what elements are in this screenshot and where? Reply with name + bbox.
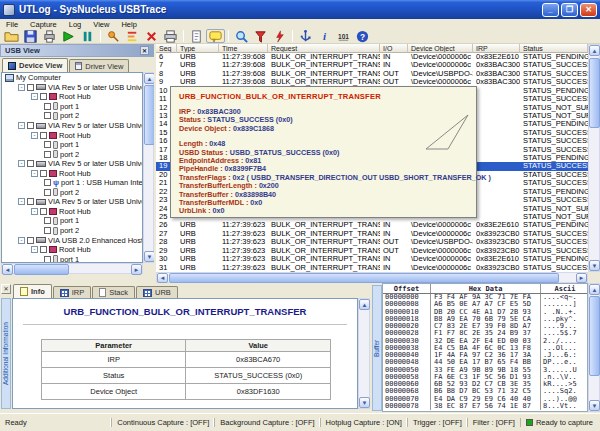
tree-checkbox[interactable] [44, 227, 51, 234]
tab-stack[interactable]: Stack [92, 286, 135, 298]
table-row[interactable]: 27URB11:27:39:623BULK_OR_INTERRUPT_TRANS… [156, 230, 588, 238]
minimize-button[interactable]: _ [542, 3, 559, 17]
menu-item-file[interactable]: File [0, 20, 24, 29]
tree-expand-icon[interactable]: - [18, 122, 25, 129]
tree-checkbox[interactable] [44, 256, 51, 263]
tree-item[interactable]: port 2 [2, 111, 142, 121]
help-icon[interactable]: ? [353, 29, 372, 43]
tree-item[interactable]: port 2 [2, 149, 142, 159]
hex-row[interactable]: 00000010DB 20 CC 4E A1 D7 2B 93. .N..+. [383, 309, 587, 316]
hex-vertical-scrollbar[interactable]: ▲ ▼ [588, 283, 600, 412]
tree-checkbox[interactable] [40, 246, 47, 253]
column-header-io[interactable]: I/O [380, 44, 408, 53]
pause-capture-icon[interactable] [78, 29, 97, 43]
balloon-info-icon[interactable] [206, 29, 225, 43]
tree-checkbox[interactable] [44, 179, 51, 186]
hex-row[interactable]: 00000018B8 A9 EA 70 6B 79 5E CA...pky^. [383, 316, 587, 323]
tree-item[interactable]: port 1 [2, 254, 142, 263]
tree-expand-icon[interactable]: - [18, 198, 25, 205]
menu-item-view[interactable]: View [87, 20, 115, 29]
info-vertical-scrollbar[interactable]: ▲ ▼ [358, 298, 370, 409]
tree-horizontal-scrollbar[interactable]: ◄ ► [1, 263, 143, 274]
info-panel-close-icon[interactable]: ✕ [1, 284, 11, 294]
maximize-button[interactable]: ❐ [561, 3, 578, 17]
column-header-type[interactable]: Type [177, 44, 219, 53]
tree-checkbox[interactable] [44, 103, 51, 110]
tree-checkbox[interactable] [40, 208, 47, 215]
menu-item-log[interactable]: Log [63, 20, 88, 29]
column-header-seq[interactable]: Seq [156, 44, 177, 53]
table-row[interactable]: 7URB11:27:39:608BULK_OR_INTERRUPT_TRANSF… [156, 61, 588, 69]
tree-expand-icon[interactable]: - [31, 246, 38, 253]
hex-row[interactable]: 0000007838 EC 87 E7 56 74 1E 878...Vt.. [383, 403, 587, 410]
page-icon[interactable] [187, 29, 206, 43]
table-row[interactable]: 30URB11:27:39:623BULK_OR_INTERRUPT_TRANS… [156, 255, 588, 263]
log-levels-icon[interactable] [123, 29, 142, 43]
tree-checkbox[interactable] [44, 112, 51, 119]
info-icon[interactable]: i [315, 29, 334, 43]
tree-item[interactable]: My Computer [2, 73, 142, 83]
print-icon[interactable] [161, 29, 180, 43]
tree-checkbox[interactable] [27, 198, 34, 205]
tree-item[interactable]: port 2 [2, 226, 142, 236]
tree-item[interactable]: -Root Hub [2, 207, 142, 217]
open-icon[interactable] [2, 29, 21, 43]
hex-row[interactable]: 0000003032 DE EA 2F E4 ED 00 032../.... [383, 338, 587, 345]
tree-item[interactable]: -VIA Rev 5 or later USB Universal Host C [2, 159, 142, 169]
table-row[interactable]: 31URB11:27:39:623BULK_OR_INTERRUPT_TRANS… [156, 264, 588, 272]
tree-checkbox[interactable] [40, 93, 47, 100]
hex-row[interactable]: 00000070E4 DA C9 29 E9 C6 40 40...)..@@ [383, 396, 587, 403]
save-icon[interactable] [21, 29, 40, 43]
tree-checkbox[interactable] [40, 132, 47, 139]
tree-checkbox[interactable] [27, 122, 34, 129]
hex-row[interactable]: 00000038E4 C5 BA 4F 6C 0C 13 F8...Ol... [383, 345, 587, 352]
tree-item[interactable]: -Root Hub [2, 168, 142, 178]
tree-item[interactable]: port 1 [2, 140, 142, 150]
tree-item[interactable]: -VIA USB 2.0 Enhanced Host Controller [2, 235, 142, 245]
tab-driver-view[interactable]: Driver View [69, 59, 129, 72]
table-row[interactable]: 26URB11:27:39:623BULK_OR_INTERRUPT_TRANS… [156, 221, 588, 229]
tree-expand-icon[interactable]: - [31, 208, 38, 215]
hex-row[interactable]: 00000058FA 6E C3 1F 5C 56 D1 93.n..\V.. [383, 374, 587, 381]
table-row[interactable]: 8URB11:27:39:608BULK_OR_INTERRUPT_TRANSF… [156, 70, 588, 78]
column-header-irp[interactable]: IRP [473, 44, 520, 53]
tree-item[interactable]: -VIA Rev 5 or later USB Universal Host C [2, 121, 142, 131]
hex-row[interactable]: 0000004844 50 EA 17 B7 65 F4 BBDP...e.. [383, 359, 587, 366]
tree-item[interactable]: ψport 1 : USB Human Interface D [2, 178, 142, 188]
column-header-status[interactable]: Status [520, 44, 588, 53]
tree-item[interactable]: -Root Hub [2, 130, 142, 140]
filter-icon[interactable] [251, 29, 270, 43]
menu-item-capture[interactable]: Capture [24, 20, 63, 29]
tree-checkbox[interactable] [44, 189, 51, 196]
column-header-request[interactable]: Request [268, 44, 380, 53]
binary-view-icon[interactable]: 101 [334, 29, 353, 43]
table-row[interactable]: 6URB11:27:39:608BULK_OR_INTERRUPT_TRANSF… [156, 53, 588, 61]
table-row[interactable]: 29URB11:27:39:623BULK_OR_INTERRUPT_TRANS… [156, 247, 588, 255]
tree-expand-icon[interactable]: - [18, 160, 25, 167]
tree-item[interactable]: port 1 [2, 216, 142, 226]
hex-row[interactable]: 00000000F3 F4 AF 9A 3C 71 7E FA....<q~. [383, 294, 587, 301]
tree-expand-icon[interactable]: - [18, 237, 25, 244]
tab-irp[interactable]: IRP [53, 286, 92, 298]
column-header-deviceobject[interactable]: Device Object [408, 44, 473, 53]
column-header-time[interactable]: Time [219, 44, 268, 53]
tree-expand-icon[interactable]: - [31, 93, 38, 100]
tree-item[interactable]: -VIA Rev 5 or later USB Universal Host C [2, 83, 142, 93]
tree-vertical-scrollbar[interactable]: ▲ ▼ [143, 72, 154, 263]
table-row[interactable]: 28URB11:27:39:623BULK_OR_INTERRUPT_TRANS… [156, 238, 588, 246]
export-icon[interactable] [40, 29, 59, 43]
tree-item[interactable]: -Root Hub [2, 92, 142, 102]
close-button[interactable]: ✕ [580, 3, 597, 17]
usb-view-close-icon[interactable]: ✕ [140, 46, 149, 55]
clear-log-icon[interactable] [142, 29, 161, 43]
hex-row[interactable]: 00000008A6 B5 0E A7 A7 CF E5 5D.......] [383, 301, 587, 308]
hex-row[interactable]: 0000005033 FE A9 9B 89 9B 18 553......U [383, 367, 587, 374]
tree-checkbox[interactable] [44, 217, 51, 224]
start-capture-icon[interactable] [59, 29, 78, 43]
trigger-icon[interactable] [270, 29, 289, 43]
tree-checkbox[interactable] [44, 141, 51, 148]
find-icon[interactable] [232, 29, 251, 43]
tab-device-view[interactable]: Device View [2, 58, 68, 72]
usb-devices-icon[interactable] [296, 29, 315, 43]
tab-info[interactable]: Info [13, 284, 52, 298]
